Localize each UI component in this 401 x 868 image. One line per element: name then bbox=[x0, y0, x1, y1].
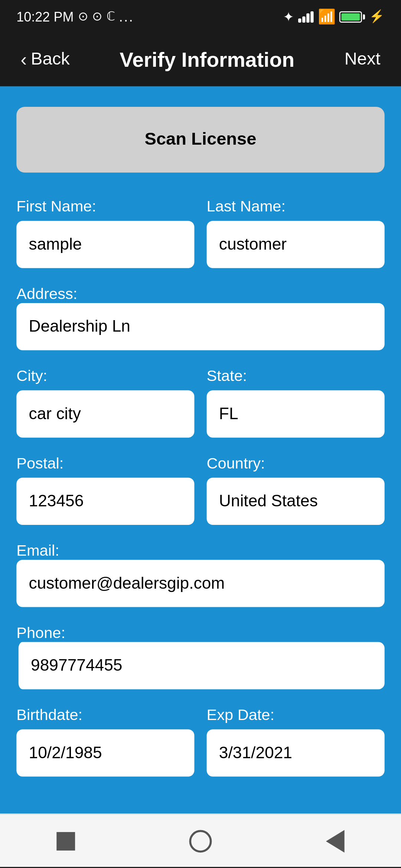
bluetooth-icon: ✦ bbox=[283, 9, 294, 24]
signal-bars bbox=[298, 11, 314, 22]
notification-icon-2: ⊙ bbox=[92, 9, 102, 24]
square-icon bbox=[57, 832, 75, 850]
phone-label: Phone: bbox=[16, 624, 65, 641]
postal-col: Postal: bbox=[16, 454, 194, 525]
birthdate-label: Birthdate: bbox=[16, 706, 194, 723]
status-right: ✦ 📶 ⚡ bbox=[283, 8, 385, 24]
phone-input[interactable] bbox=[16, 642, 384, 689]
country-label: Country: bbox=[207, 454, 385, 471]
city-label: City: bbox=[16, 367, 194, 384]
address-label: Address: bbox=[16, 285, 77, 302]
last-name-col: Last Name: bbox=[207, 197, 385, 268]
browser-icon: ℂ bbox=[107, 9, 115, 24]
triangle-icon bbox=[326, 829, 344, 852]
email-label: Email: bbox=[16, 541, 59, 559]
city-state-row: City: State: bbox=[16, 367, 384, 438]
postal-label: Postal: bbox=[16, 454, 194, 471]
first-name-label: First Name: bbox=[16, 197, 194, 215]
state-col: State: bbox=[207, 367, 385, 438]
phone-group: Phone: bbox=[16, 624, 384, 689]
city-col: City: bbox=[16, 367, 194, 438]
name-row: First Name: Last Name: bbox=[16, 197, 384, 268]
exp-date-col: Exp Date: bbox=[207, 706, 385, 776]
address-group: Address: bbox=[16, 285, 384, 350]
email-input[interactable] bbox=[16, 560, 384, 607]
exp-date-label: Exp Date: bbox=[207, 706, 385, 723]
next-button[interactable]: Next bbox=[345, 49, 381, 70]
last-name-input[interactable] bbox=[207, 221, 385, 268]
charging-icon: ⚡ bbox=[369, 9, 385, 24]
city-input[interactable] bbox=[16, 390, 194, 437]
status-bar: 10:22 PM ⊙ ⊙ ℂ ... ✦ 📶 ⚡ bbox=[0, 0, 401, 33]
first-name-input[interactable] bbox=[16, 221, 194, 268]
page-title: Verify Information bbox=[120, 48, 294, 72]
birthdate-col: Birthdate: bbox=[16, 706, 194, 776]
bottom-nav bbox=[0, 813, 401, 867]
nav-bar: ‹ Back Verify Information Next bbox=[0, 33, 401, 86]
scan-license-button[interactable]: Scan License bbox=[16, 107, 384, 172]
first-name-col: First Name: bbox=[16, 197, 194, 268]
recents-button[interactable] bbox=[36, 823, 96, 858]
wifi-icon: 📶 bbox=[318, 8, 335, 24]
back-nav-button[interactable] bbox=[305, 821, 365, 860]
notification-icon-1: ⊙ bbox=[78, 9, 88, 24]
battery-icon bbox=[339, 11, 365, 22]
state-input[interactable] bbox=[207, 390, 385, 437]
circle-icon bbox=[189, 829, 212, 852]
last-name-label: Last Name: bbox=[207, 197, 385, 215]
postal-country-row: Postal: Country: bbox=[16, 454, 384, 525]
date-row: Birthdate: Exp Date: bbox=[16, 706, 384, 776]
birthdate-input[interactable] bbox=[16, 729, 194, 776]
postal-input[interactable] bbox=[16, 478, 194, 525]
time-display: 10:22 PM bbox=[16, 9, 74, 24]
country-input[interactable] bbox=[207, 478, 385, 525]
country-col: Country: bbox=[207, 454, 385, 525]
home-button[interactable] bbox=[169, 821, 232, 860]
state-label: State: bbox=[207, 367, 385, 384]
back-label: Back bbox=[31, 49, 70, 70]
status-left: 10:22 PM ⊙ ⊙ ℂ ... bbox=[16, 8, 134, 24]
address-input[interactable] bbox=[16, 303, 384, 350]
back-button[interactable]: ‹ Back bbox=[20, 49, 69, 70]
dots-menu: ... bbox=[119, 8, 134, 24]
back-chevron-icon: ‹ bbox=[20, 49, 27, 70]
email-group: Email: bbox=[16, 541, 384, 607]
exp-date-input[interactable] bbox=[207, 729, 385, 776]
main-content: Scan License First Name: Last Name: Addr… bbox=[0, 86, 401, 814]
